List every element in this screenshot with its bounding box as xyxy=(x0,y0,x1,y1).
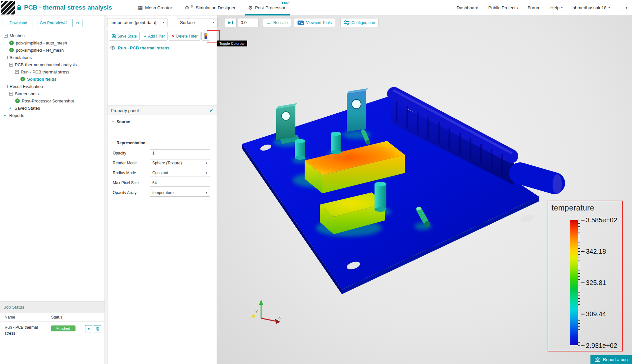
colorbar-icon xyxy=(204,33,207,39)
chevron-down-icon: ▼ xyxy=(205,162,208,165)
representation-select[interactable]: Surface ▼ xyxy=(177,18,218,27)
field-radius-mode: Radius Mode Constant ▼ xyxy=(113,169,213,177)
legend-label: 342.18 xyxy=(581,248,606,255)
collapse-icon[interactable]: − xyxy=(4,85,8,88)
nav-mesh-creator[interactable]: ▦ Mesh Creator xyxy=(138,0,172,15)
tree-item-pp-screenshot[interactable]: ✓Post-Processor Screenshot xyxy=(0,97,105,104)
eye-icon[interactable] xyxy=(110,46,115,50)
tree-item-screenshots[interactable]: −Screenshots xyxy=(0,90,105,97)
delete-filter-button[interactable]: × Delete Filter xyxy=(169,32,200,41)
opacity-input[interactable] xyxy=(150,149,210,157)
tree-item-run[interactable]: −Run - PCB thermal stress xyxy=(0,68,105,75)
link-dashboard[interactable]: Dashboard xyxy=(457,5,478,10)
pipeline-browser: Run - PCB thermal stress xyxy=(107,42,217,106)
chevron-down-icon: ▼ xyxy=(212,21,215,24)
tree-item-auto-mesh[interactable]: ✓pcb-simplified - auto_mesh xyxy=(0,39,105,46)
opacity-array-value: temperature xyxy=(152,190,174,195)
stop-job-button[interactable]: ■ xyxy=(85,325,92,332)
viewport-3d[interactable]: Y X temperature 3.585e+02 342.18 325.81 … xyxy=(217,15,632,364)
tree-item-meshes[interactable]: −Meshes xyxy=(0,32,105,39)
collapse-icon: − xyxy=(111,119,114,124)
radius-mode-select[interactable]: Constant ▼ xyxy=(150,169,210,177)
chevron-down-icon: ▼ xyxy=(205,172,208,175)
chevron-down-icon: ▾ xyxy=(608,6,610,9)
configuration-button[interactable]: Configuration xyxy=(340,18,378,27)
tree-label: Run - PCB thermal stress xyxy=(21,70,69,74)
tree-item-saved-states[interactable]: ●Saved States xyxy=(0,104,105,112)
get-paraview-button[interactable]: ↓ Get ParaView® xyxy=(33,19,70,27)
paraview-label: Get ParaView® xyxy=(40,21,67,25)
rescale-button[interactable]: ↔ Rescale xyxy=(263,18,291,27)
gear-icon: ⚙ xyxy=(248,5,253,11)
toggle-colorbar-button[interactable] xyxy=(201,32,210,41)
field-select[interactable]: temperature [point-data] ▼ xyxy=(107,18,167,27)
collapse-icon[interactable]: − xyxy=(9,92,13,96)
collapse-icon[interactable]: − xyxy=(4,56,8,59)
chevron-down-icon: ▼ xyxy=(205,191,208,194)
nav-post-processor[interactable]: ⚙ Post-Processor BETA xyxy=(248,0,286,15)
col-status: Status xyxy=(51,315,62,320)
col-name: Name xyxy=(5,315,51,320)
sidebar-buttons: ↓ Download ↓ Get ParaView® ↻ xyxy=(0,15,105,31)
delete-job-button[interactable] xyxy=(94,325,101,332)
link-public-projects[interactable]: Public Projects xyxy=(488,5,518,10)
tree-item-simulations[interactable]: −Simulations xyxy=(0,54,105,61)
time-value-input[interactable] xyxy=(238,18,258,27)
add-filter-button[interactable]: + Add Filter xyxy=(141,32,168,41)
tree-item-result-evaluation[interactable]: −Result Evaluation xyxy=(0,83,105,90)
refresh-icon: ↻ xyxy=(76,21,79,25)
collapse-icon[interactable]: − xyxy=(9,63,13,67)
colorbar-legend: temperature 3.585e+02 342.18 325.81 309.… xyxy=(548,201,623,351)
tooltip-toggle-colorbar: Toggle Colorbar xyxy=(217,41,247,46)
tree-label: Result Evaluation xyxy=(10,84,43,89)
tree-label: PCB-thermomechanical analysis xyxy=(15,62,77,67)
axis-x-label: X xyxy=(278,315,281,319)
capacitor-1 xyxy=(295,139,305,160)
play-icon: ▶ xyxy=(228,20,231,25)
panel-scrollbar[interactable] xyxy=(105,15,107,364)
tree-item-ref-mesh[interactable]: ✓pcb-simplified - ref_mesh xyxy=(0,46,105,54)
tree-item-solution-fields[interactable]: ✓Solution fields xyxy=(0,75,105,83)
apply-check-icon[interactable]: ✓ xyxy=(209,108,213,113)
rescale-label: Rescale xyxy=(273,20,287,25)
download-icon: ↓ xyxy=(6,21,8,25)
sliders-icon xyxy=(344,20,349,25)
axis-arrow-up xyxy=(259,299,263,305)
report-bug-button[interactable]: Report a bug xyxy=(590,355,632,364)
collapse-icon[interactable]: − xyxy=(4,34,8,38)
link-forum[interactable]: Forum xyxy=(527,5,540,10)
pipeline-item-run[interactable]: Run - PCB thermal stress xyxy=(110,45,214,50)
check-icon: ✓ xyxy=(9,41,14,45)
configuration-label: Configuration xyxy=(351,20,375,25)
tree-item-reports[interactable]: ●Reports xyxy=(0,112,105,119)
render-mode-select[interactable]: Sphere (Texture) ▼ xyxy=(150,159,210,167)
tree-label: pcb-simplified - auto_mesh xyxy=(16,41,67,45)
viewport-tools-button[interactable]: Viewport Tools xyxy=(294,18,335,27)
chevron-down-icon[interactable]: ▾ xyxy=(626,6,627,10)
download-button[interactable]: ↓ Download xyxy=(3,19,30,27)
job-status-row: Run - PCB thermal stress Finished ■ xyxy=(0,322,105,339)
link-help[interactable]: Help ▾ xyxy=(550,5,562,10)
play-step-button[interactable]: ▶ xyxy=(224,18,237,27)
source-section-header[interactable]: − Source xyxy=(107,115,217,126)
orientation-axes[interactable]: Y X xyxy=(252,299,281,324)
dot-icon: ● xyxy=(9,106,13,110)
project-tree: −Meshes ✓pcb-simplified - auto_mesh ✓pcb… xyxy=(0,31,105,119)
camera-icon xyxy=(595,357,600,362)
representation-section-header[interactable]: − Representation xyxy=(107,136,217,147)
save-state-button[interactable]: Save State xyxy=(109,32,140,41)
opacity-array-select[interactable]: temperature ▼ xyxy=(150,189,210,197)
step-bar-icon xyxy=(232,21,233,24)
delete-filter-label: Delete Filter xyxy=(176,34,197,39)
simscale-logo[interactable] xyxy=(1,1,15,14)
check-icon: ✓ xyxy=(9,48,14,52)
collapse-icon[interactable]: − xyxy=(15,70,19,74)
legend-label: 325.81 xyxy=(581,279,606,287)
job-status-title: Job Status xyxy=(0,301,105,313)
refresh-button[interactable]: ↻ xyxy=(73,19,82,27)
nav-simulation-designer[interactable]: ⚙⚙ Simulation Designer xyxy=(185,0,235,15)
max-pixel-size-input[interactable] xyxy=(150,179,210,187)
job-actions: ■ xyxy=(85,325,101,332)
tree-item-thermomech-analysis[interactable]: −PCB-thermomechanical analysis xyxy=(0,61,105,68)
user-menu[interactable]: ahmedhussain18 ▾ xyxy=(573,5,610,10)
